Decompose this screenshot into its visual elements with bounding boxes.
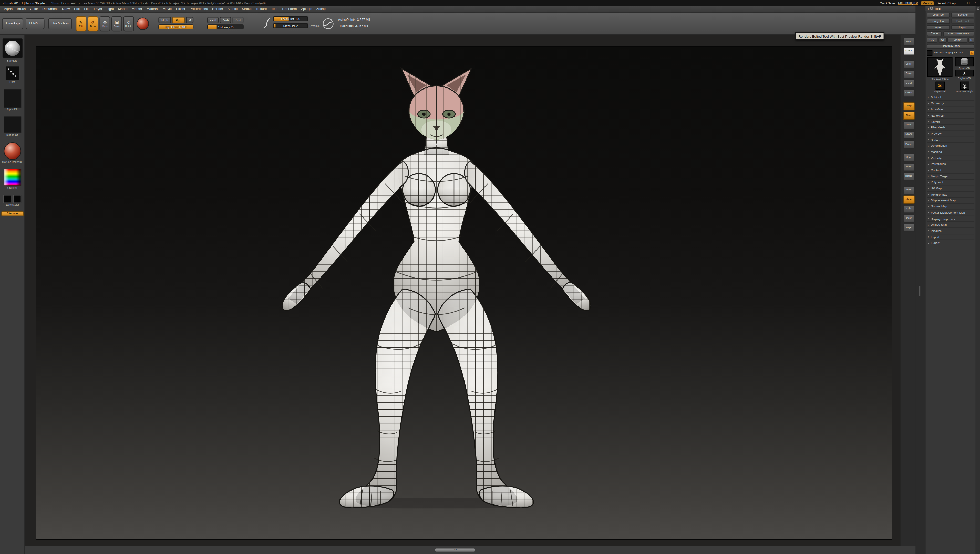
live-boolean-button[interactable]: Live Boolean	[48, 18, 72, 29]
lightbox-button[interactable]: LightBox	[25, 18, 45, 29]
subpalette-section[interactable]: ▸ FiberMesh	[927, 125, 974, 131]
mode-button[interactable]: ✥ Move	[100, 16, 110, 32]
subpalette-section[interactable]: ▸ Contact	[927, 168, 974, 174]
subpalette-section[interactable]: ▸ Layers	[927, 119, 974, 125]
right-shelf-button[interactable]: Zoom	[903, 70, 915, 78]
zadd-button[interactable]: Zadd	[207, 17, 218, 23]
home-page-button[interactable]: Home Page	[2, 18, 23, 29]
cylinder3d-thumbnail[interactable]	[955, 57, 974, 66]
subpalette-section[interactable]: ▸ Import	[927, 234, 974, 240]
right-shelf-button[interactable]: Xpose	[903, 214, 915, 223]
collapse-arrow-icon[interactable]: ‹	[928, 7, 929, 11]
menu-item[interactable]: Movie	[161, 7, 174, 11]
right-shelf-button[interactable]: BPR	[903, 38, 915, 46]
right-shelf-button[interactable]: SPix 3	[903, 47, 915, 56]
right-shelf-button[interactable]: Actual	[903, 80, 915, 88]
recent-tool-thumbnail[interactable]	[960, 81, 969, 90]
right-shelf-button[interactable]: AAHalf	[903, 89, 915, 97]
export-button[interactable]: Export	[951, 25, 974, 30]
subpalette-section[interactable]: ▸ Texture Map	[927, 192, 974, 198]
menu-item[interactable]: Light	[104, 7, 116, 11]
simplebrush-thumbnail[interactable]: S	[935, 81, 945, 90]
right-shelf-button[interactable]: Local	[903, 121, 915, 129]
mode-button[interactable]: ✎ Edit	[76, 16, 87, 32]
subpalette-section[interactable]: ▸ Preview	[927, 131, 974, 137]
subpalette-section[interactable]: ▸ Display Properties	[927, 216, 974, 222]
horizontal-scrollbar[interactable]: ▴ ▾	[435, 549, 475, 552]
m-button[interactable]: M	[186, 17, 193, 23]
menu-item[interactable]: Tool	[269, 7, 280, 11]
brush-thumbnail[interactable]	[2, 38, 22, 58]
subpalette-section[interactable]: ▸ ArrayMesh	[927, 107, 974, 113]
edit-curve-icon[interactable]	[322, 18, 334, 30]
close-button[interactable]: ×	[974, 1, 977, 4]
draw-size-slider[interactable]: Draw Size 2	[273, 23, 308, 28]
active-tool-thumbnail[interactable]	[928, 57, 953, 77]
right-shelf-button[interactable]: Transp	[903, 186, 915, 194]
tray-toggle-icon[interactable]	[977, 8, 980, 10]
menu-item[interactable]: Stroke	[240, 7, 254, 11]
subpalette-section[interactable]: ▸ Morph Target	[927, 174, 974, 180]
menu-item[interactable]: Picker	[174, 7, 188, 11]
minimize-button[interactable]: –	[959, 1, 963, 4]
right-shelf-button[interactable]: Persp	[903, 102, 915, 110]
menu-item[interactable]: File	[82, 7, 92, 11]
menu-item[interactable]: Brush	[15, 7, 28, 11]
subpalette-section[interactable]: ▸ Masking	[927, 149, 974, 155]
mode-button[interactable]: ↻ Rotate	[123, 16, 134, 32]
tool-palette-header[interactable]: ‹ Tool	[926, 6, 976, 11]
viewport-canvas[interactable]	[25, 35, 900, 546]
menu-item[interactable]: Color	[28, 7, 40, 11]
subpalette-section[interactable]: ▸ Subtool	[927, 95, 974, 101]
menu-item[interactable]: Layer	[92, 7, 105, 11]
menu-item[interactable]: Edit	[72, 7, 82, 11]
menu-item[interactable]: Zscript	[314, 7, 329, 11]
focal-shift-slider[interactable]: Focal Shift -100	[273, 16, 308, 22]
menu-item[interactable]: Preferences	[188, 7, 210, 11]
secondary-color-swatch[interactable]	[13, 195, 21, 203]
alternate-button[interactable]: Alternate	[1, 211, 24, 216]
alpha-thumbnail[interactable]	[3, 89, 21, 107]
make-polymesh3d-button[interactable]: Make PolyMesh3D	[943, 31, 974, 37]
menu-item[interactable]: Macro	[116, 7, 130, 11]
menu-item[interactable]: Texture	[254, 7, 269, 11]
tray-splitter[interactable]	[915, 35, 925, 546]
paste-tool-button[interactable]: Paste Tool	[951, 18, 974, 24]
subpalette-section[interactable]: ▸ Deformation	[927, 143, 974, 149]
copy-tool-button[interactable]: Copy Tool	[927, 18, 950, 24]
menus-toggle[interactable]: Menus	[921, 1, 934, 5]
mrgb-button[interactable]: Mrgb	[158, 17, 171, 23]
subpalette-section[interactable]: ▸ NanoMesh	[927, 113, 974, 119]
polymesh3d-thumbnail[interactable]: ★	[955, 70, 974, 77]
rgb-intensity-slider[interactable]: Rgb Intensity 100	[158, 24, 193, 29]
goz-all-button[interactable]: All	[938, 37, 947, 43]
subpalette-section[interactable]: ▸ Polypaint	[927, 180, 974, 186]
menu-item[interactable]: Material	[144, 7, 161, 11]
save-as-button[interactable]: Save As	[951, 12, 974, 18]
clone-button[interactable]: Clone	[927, 31, 942, 37]
maximize-button[interactable]: □	[966, 1, 970, 4]
right-edge-strip[interactable]	[976, 6, 980, 554]
menu-item[interactable]: Zplugin	[299, 7, 314, 11]
current-tool-row[interactable]: rena 2019 rough gen 8 2.48 R	[927, 50, 974, 56]
menu-item[interactable]: Draw	[60, 7, 72, 11]
stroke-curve-icon[interactable]	[262, 17, 271, 29]
menu-item[interactable]: Document	[40, 7, 60, 11]
right-shelf-button[interactable]: Rotate	[903, 172, 915, 181]
subpalette-section[interactable]: ▸ Normal Map	[927, 204, 974, 210]
right-shelf-button[interactable]: Scroll	[903, 61, 915, 69]
zsub-button[interactable]: Zsub	[220, 17, 231, 23]
subpalette-section[interactable]: ▸ Export	[927, 240, 974, 246]
stroke-thumbnail[interactable]	[5, 66, 19, 80]
right-shelf-button[interactable]: Ghost	[903, 195, 915, 204]
subpalette-section[interactable]: ▸ Unified Skin	[927, 222, 974, 228]
see-through-slider[interactable]: See-through 0	[898, 0, 918, 5]
import-button[interactable]: Import	[927, 25, 950, 30]
menu-item[interactable]: Stencil	[225, 7, 240, 11]
material-thumbnail[interactable]	[3, 142, 21, 160]
subpalette-section[interactable]: ▸ Displacement Map	[927, 198, 974, 204]
main-color-swatch[interactable]	[3, 195, 11, 203]
menu-item[interactable]: Marker	[130, 7, 145, 11]
mode-button[interactable]: ✐ Draw	[88, 16, 99, 32]
right-shelf-button[interactable]: Frame	[903, 140, 915, 148]
